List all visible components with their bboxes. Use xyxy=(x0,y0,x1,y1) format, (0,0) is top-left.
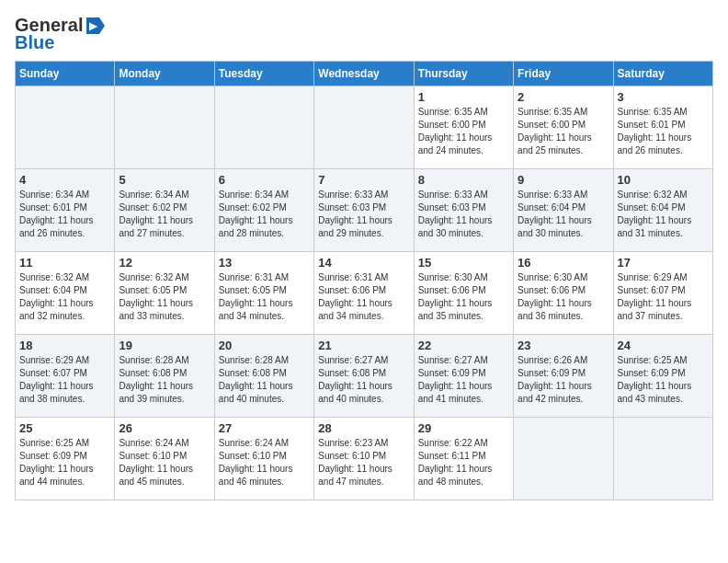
day-number: 24 xyxy=(618,339,709,352)
day-cell: 12Sunrise: 6:32 AMSunset: 6:05 PMDayligh… xyxy=(115,252,214,335)
day-cell: 1Sunrise: 6:35 AMSunset: 6:00 PMDaylight… xyxy=(414,86,513,169)
day-number: 3 xyxy=(618,90,709,104)
day-info: Sunrise: 6:31 AMSunset: 6:06 PMDaylight:… xyxy=(318,271,409,323)
day-info: Sunrise: 6:35 AMSunset: 6:00 PMDaylight:… xyxy=(518,106,609,157)
day-cell: 4Sunrise: 6:34 AMSunset: 6:01 PMDaylight… xyxy=(16,169,115,252)
day-info: Sunrise: 6:24 AMSunset: 6:10 PMDaylight:… xyxy=(119,437,210,488)
day-cell: 17Sunrise: 6:29 AMSunset: 6:07 PMDayligh… xyxy=(613,252,712,335)
day-info: Sunrise: 6:31 AMSunset: 6:05 PMDaylight:… xyxy=(219,271,310,323)
day-cell xyxy=(214,86,313,169)
day-number: 17 xyxy=(618,256,709,270)
day-info: Sunrise: 6:22 AMSunset: 6:11 PMDaylight:… xyxy=(418,437,509,488)
week-row-5: 25Sunrise: 6:25 AMSunset: 6:09 PMDayligh… xyxy=(16,418,713,500)
day-number: 12 xyxy=(119,256,210,270)
day-number: 25 xyxy=(19,421,110,435)
day-cell: 22Sunrise: 6:27 AMSunset: 6:09 PMDayligh… xyxy=(414,335,513,418)
day-info: Sunrise: 6:30 AMSunset: 6:06 PMDaylight:… xyxy=(418,271,509,323)
day-info: Sunrise: 6:24 AMSunset: 6:10 PMDaylight:… xyxy=(219,437,310,488)
calendar-table: SundayMondayTuesdayWednesdayThursdayFrid… xyxy=(15,61,713,500)
day-info: Sunrise: 6:25 AMSunset: 6:09 PMDaylight:… xyxy=(19,437,110,488)
day-cell: 21Sunrise: 6:27 AMSunset: 6:08 PMDayligh… xyxy=(314,335,414,418)
day-info: Sunrise: 6:23 AMSunset: 6:10 PMDaylight:… xyxy=(318,437,409,488)
day-cell: 28Sunrise: 6:23 AMSunset: 6:10 PMDayligh… xyxy=(314,418,414,500)
day-number: 29 xyxy=(418,421,509,435)
day-number: 18 xyxy=(19,339,110,352)
day-cell: 29Sunrise: 6:22 AMSunset: 6:11 PMDayligh… xyxy=(414,418,513,500)
day-cell: 27Sunrise: 6:24 AMSunset: 6:10 PMDayligh… xyxy=(214,418,313,500)
week-row-2: 4Sunrise: 6:34 AMSunset: 6:01 PMDaylight… xyxy=(16,169,713,252)
day-number: 27 xyxy=(219,421,310,435)
day-info: Sunrise: 6:27 AMSunset: 6:09 PMDaylight:… xyxy=(418,354,509,406)
day-info: Sunrise: 6:28 AMSunset: 6:08 PMDaylight:… xyxy=(219,354,310,406)
day-number: 23 xyxy=(518,339,609,352)
day-number: 13 xyxy=(219,256,310,270)
logo-blue: Blue xyxy=(15,32,54,53)
day-cell: 16Sunrise: 6:30 AMSunset: 6:06 PMDayligh… xyxy=(514,252,613,335)
day-cell: 3Sunrise: 6:35 AMSunset: 6:01 PMDaylight… xyxy=(613,86,712,169)
day-info: Sunrise: 6:33 AMSunset: 6:03 PMDaylight:… xyxy=(318,189,409,240)
day-info: Sunrise: 6:35 AMSunset: 6:00 PMDaylight:… xyxy=(418,106,509,157)
day-info: Sunrise: 6:26 AMSunset: 6:09 PMDaylight:… xyxy=(518,354,609,406)
day-number: 7 xyxy=(318,173,409,187)
day-cell: 18Sunrise: 6:29 AMSunset: 6:07 PMDayligh… xyxy=(16,335,115,418)
day-cell xyxy=(115,86,214,169)
day-cell: 11Sunrise: 6:32 AMSunset: 6:04 PMDayligh… xyxy=(16,252,115,335)
day-cell xyxy=(16,86,115,169)
day-cell: 10Sunrise: 6:32 AMSunset: 6:04 PMDayligh… xyxy=(613,169,712,252)
header-cell-monday: Monday xyxy=(115,62,214,86)
day-number: 6 xyxy=(219,173,310,187)
day-info: Sunrise: 6:34 AMSunset: 6:02 PMDaylight:… xyxy=(219,189,310,240)
day-cell: 25Sunrise: 6:25 AMSunset: 6:09 PMDayligh… xyxy=(16,418,115,500)
day-cell: 19Sunrise: 6:28 AMSunset: 6:08 PMDayligh… xyxy=(115,335,214,418)
day-info: Sunrise: 6:34 AMSunset: 6:01 PMDaylight:… xyxy=(19,189,110,240)
day-info: Sunrise: 6:32 AMSunset: 6:05 PMDaylight:… xyxy=(119,271,210,323)
day-number: 1 xyxy=(418,90,509,104)
day-cell: 7Sunrise: 6:33 AMSunset: 6:03 PMDaylight… xyxy=(314,169,414,252)
day-info: Sunrise: 6:32 AMSunset: 6:04 PMDaylight:… xyxy=(618,189,709,240)
header-cell-wednesday: Wednesday xyxy=(314,62,414,86)
day-info: Sunrise: 6:33 AMSunset: 6:03 PMDaylight:… xyxy=(418,189,509,240)
day-info: Sunrise: 6:27 AMSunset: 6:08 PMDaylight:… xyxy=(318,354,409,406)
day-number: 19 xyxy=(119,339,210,352)
day-number: 8 xyxy=(418,173,509,187)
header-cell-saturday: Saturday xyxy=(613,62,712,86)
day-number: 9 xyxy=(518,173,609,187)
day-number: 16 xyxy=(518,256,609,270)
header-cell-sunday: Sunday xyxy=(16,62,115,86)
day-cell: 2Sunrise: 6:35 AMSunset: 6:00 PMDaylight… xyxy=(514,86,613,169)
day-number: 4 xyxy=(19,173,110,187)
header-cell-thursday: Thursday xyxy=(414,62,513,86)
day-number: 2 xyxy=(518,90,609,104)
week-row-4: 18Sunrise: 6:29 AMSunset: 6:07 PMDayligh… xyxy=(16,335,713,418)
header-cell-tuesday: Tuesday xyxy=(214,62,313,86)
day-info: Sunrise: 6:32 AMSunset: 6:04 PMDaylight:… xyxy=(19,271,110,323)
day-number: 26 xyxy=(119,421,210,435)
day-cell xyxy=(613,418,712,500)
day-cell: 6Sunrise: 6:34 AMSunset: 6:02 PMDaylight… xyxy=(214,169,313,252)
day-number: 28 xyxy=(318,421,409,435)
day-cell: 14Sunrise: 6:31 AMSunset: 6:06 PMDayligh… xyxy=(314,252,414,335)
day-info: Sunrise: 6:33 AMSunset: 6:04 PMDaylight:… xyxy=(518,189,609,240)
day-number: 10 xyxy=(618,173,709,187)
day-number: 15 xyxy=(418,256,509,270)
day-cell xyxy=(514,418,613,500)
day-cell: 5Sunrise: 6:34 AMSunset: 6:02 PMDaylight… xyxy=(115,169,214,252)
day-cell: 26Sunrise: 6:24 AMSunset: 6:10 PMDayligh… xyxy=(115,418,214,500)
day-cell: 15Sunrise: 6:30 AMSunset: 6:06 PMDayligh… xyxy=(414,252,513,335)
logo: General ▶ Blue xyxy=(15,15,105,53)
day-number: 14 xyxy=(318,256,409,270)
day-info: Sunrise: 6:29 AMSunset: 6:07 PMDaylight:… xyxy=(618,271,709,323)
day-cell: 24Sunrise: 6:25 AMSunset: 6:09 PMDayligh… xyxy=(613,335,712,418)
day-cell: 23Sunrise: 6:26 AMSunset: 6:09 PMDayligh… xyxy=(514,335,613,418)
week-row-1: 1Sunrise: 6:35 AMSunset: 6:00 PMDaylight… xyxy=(16,86,713,169)
week-row-3: 11Sunrise: 6:32 AMSunset: 6:04 PMDayligh… xyxy=(16,252,713,335)
calendar-header-row: SundayMondayTuesdayWednesdayThursdayFrid… xyxy=(16,62,713,86)
header-cell-friday: Friday xyxy=(514,62,613,86)
day-number: 22 xyxy=(418,339,509,352)
day-number: 21 xyxy=(318,339,409,352)
day-number: 5 xyxy=(119,173,210,187)
header: General ▶ Blue xyxy=(15,15,713,53)
day-cell: 9Sunrise: 6:33 AMSunset: 6:04 PMDaylight… xyxy=(514,169,613,252)
day-number: 20 xyxy=(219,339,310,352)
day-info: Sunrise: 6:29 AMSunset: 6:07 PMDaylight:… xyxy=(19,354,110,406)
